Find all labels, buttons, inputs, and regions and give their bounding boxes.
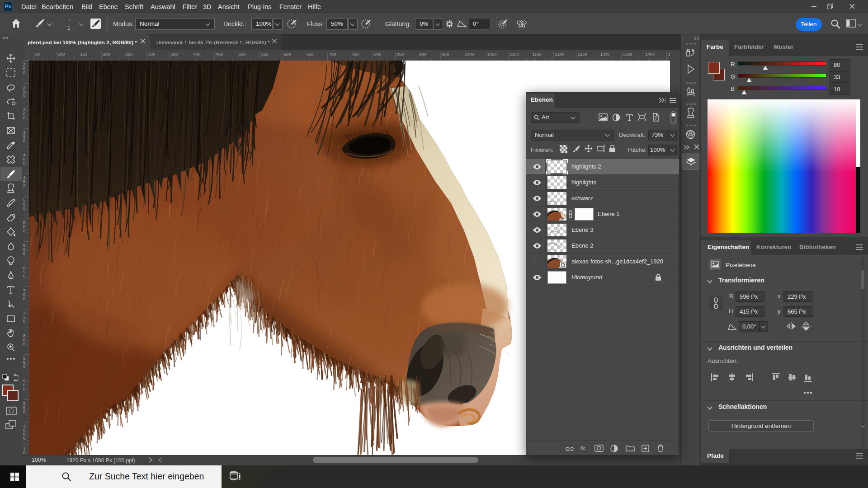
svg-text:250: 250 [126,52,133,56]
svg-text:300: 300 [148,52,156,56]
svg-text:0: 0 [23,251,25,256]
svg-text:1400: 1400 [646,52,655,56]
svg-text:0: 0 [23,93,25,98]
svg-text:1300: 1300 [600,52,610,56]
svg-text:0: 0 [23,70,25,75]
svg-text:650: 650 [307,52,314,56]
svg-text:100: 100 [58,52,65,56]
svg-text:0: 0 [23,341,25,346]
svg-text:400: 400 [193,52,201,56]
svg-text:0: 0 [23,183,25,188]
svg-text:0: 0 [23,273,25,278]
svg-text:0: 0 [23,228,25,233]
svg-text:800: 800 [374,52,382,56]
svg-text:0: 0 [23,138,25,143]
svg-text:0: 0 [23,436,25,441]
svg-text:0: 0 [23,386,25,391]
svg-text:1200: 1200 [555,52,565,56]
svg-text:0: 0 [23,115,25,120]
svg-text:0: 0 [23,364,25,369]
svg-text:1050: 1050 [487,52,497,56]
svg-text:700: 700 [329,52,336,56]
svg-text:350: 350 [171,52,178,56]
svg-text:0: 0 [23,409,25,414]
svg-text:750: 750 [352,52,359,56]
svg-text:500: 500 [239,52,246,56]
svg-text:1100: 1100 [510,52,519,56]
svg-text:1350: 1350 [623,52,632,56]
svg-text:50: 50 [35,52,40,56]
svg-text:850: 850 [397,52,404,56]
svg-text:550: 550 [261,52,269,56]
svg-text:1250: 1250 [578,52,587,56]
svg-text:1150: 1150 [533,52,542,56]
svg-text:0: 0 [23,206,25,211]
svg-text:200: 200 [103,52,110,56]
svg-text:900: 900 [420,52,427,56]
svg-text:950: 950 [442,52,449,56]
svg-text:0: 0 [23,296,25,301]
svg-text:1000: 1000 [465,52,474,56]
svg-text:0: 0 [23,319,25,324]
svg-text:0: 0 [23,160,25,165]
svg-text:150: 150 [80,52,88,56]
svg-text:450: 450 [216,52,223,56]
svg-text:600: 600 [284,52,291,56]
svg-text:1450: 1450 [668,52,670,56]
